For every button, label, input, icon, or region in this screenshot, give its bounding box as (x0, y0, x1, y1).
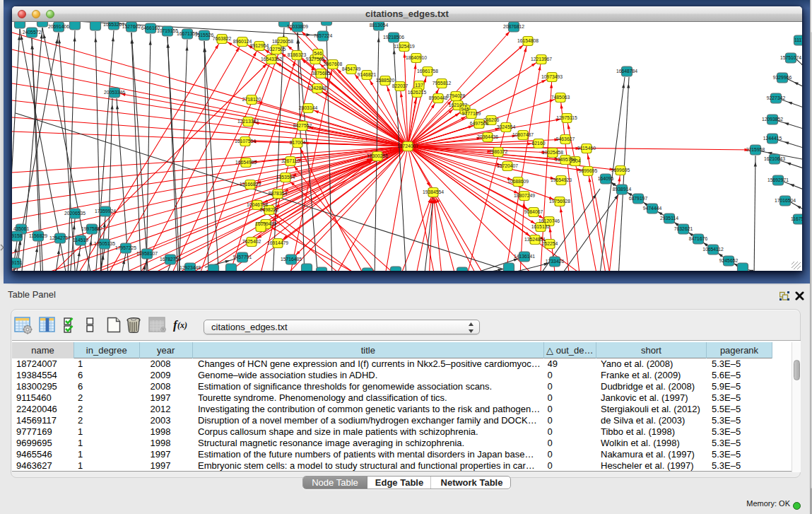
svg-text:9158: 9158 (12, 233, 23, 238)
svg-text:12923448: 12923448 (180, 265, 201, 270)
svg-text:9227342: 9227342 (767, 95, 786, 100)
svg-text:116753: 116753 (791, 216, 802, 221)
svg-text:7857224: 7857224 (314, 33, 333, 38)
svg-text:11325419: 11325419 (394, 44, 415, 49)
svg-text:2405572: 2405572 (23, 30, 42, 35)
svg-text:20364436: 20364436 (477, 134, 498, 139)
svg-text:9899695: 9899695 (579, 168, 598, 173)
svg-text:8878354: 8878354 (269, 191, 288, 196)
svg-text:(x): (x) (177, 320, 187, 330)
svg-text:9329966: 9329966 (773, 75, 792, 80)
svg-text:9463627: 9463627 (556, 136, 575, 141)
svg-text:8471676: 8471676 (689, 236, 708, 241)
svg-text:17359924: 17359924 (95, 209, 116, 214)
svg-text:3875685: 3875685 (312, 71, 331, 76)
svg-text:114519: 114519 (73, 238, 88, 243)
svg-text:1588520: 1588520 (376, 78, 395, 83)
svg-text:16154808: 16154808 (517, 38, 539, 43)
svg-text:16914479: 16914479 (267, 240, 288, 245)
svg-text:19654923: 19654923 (551, 177, 572, 182)
svg-text:9327505: 9327505 (267, 47, 286, 52)
svg-text:1626215: 1626215 (408, 90, 427, 95)
svg-text:20691406: 20691406 (48, 24, 69, 29)
svg-text:822037: 822037 (392, 83, 408, 88)
svg-text:12213382: 12213382 (237, 119, 259, 124)
svg-text:18226058: 18226058 (272, 39, 293, 44)
svg-text:1117: 1117 (794, 37, 802, 42)
svg-text:16033809: 16033809 (287, 24, 308, 29)
svg-text:1615132: 1615132 (531, 224, 551, 229)
svg-text:15751074: 15751074 (780, 55, 801, 60)
svg-text:20053346: 20053346 (104, 90, 125, 95)
svg-text:16782759: 16782759 (160, 257, 181, 262)
svg-text:7485063: 7485063 (551, 95, 570, 100)
svg-text:2718120: 2718120 (242, 97, 261, 102)
svg-text:2935114: 2935114 (660, 216, 678, 221)
svg-text:12942757: 12942757 (49, 235, 71, 240)
svg-text:10973493: 10973493 (541, 74, 563, 79)
svg-text:15692971: 15692971 (767, 177, 789, 182)
svg-text:817004: 817004 (290, 140, 306, 145)
svg-text:10807487: 10807487 (512, 132, 534, 137)
svg-text:19975887: 19975887 (81, 226, 102, 231)
svg-text:9115460: 9115460 (577, 146, 596, 151)
svg-text:17957225: 17957225 (115, 245, 136, 250)
svg-text:16120746: 16120746 (539, 218, 560, 223)
svg-text:7663822: 7663822 (213, 36, 232, 41)
svg-text:9146821: 9146821 (358, 72, 377, 77)
svg-text:6879197: 6879197 (629, 196, 648, 201)
svg-text:2803144: 2803144 (299, 105, 318, 110)
svg-text:9699695: 9699695 (611, 168, 630, 173)
svg-text:1353594: 1353594 (276, 175, 295, 180)
svg-text:12923446: 12923446 (357, 270, 378, 271)
svg-text:8912954: 8912954 (250, 43, 269, 48)
svg-text:1244415: 1244415 (763, 136, 782, 141)
svg-text:3024554: 3024554 (497, 124, 516, 129)
svg-text:19218506: 19218506 (383, 35, 404, 40)
svg-text:6794028: 6794028 (447, 93, 466, 98)
svg-text:10653267: 10653267 (103, 22, 124, 27)
svg-text:16107554: 16107554 (235, 139, 256, 144)
svg-text:546: 546 (314, 51, 322, 56)
svg-text:10958107: 10958107 (136, 251, 158, 256)
svg-text:18640910: 18640910 (406, 55, 427, 60)
svg-text:16543362: 16543362 (261, 57, 282, 62)
svg-text:9777169: 9777169 (462, 111, 481, 116)
svg-text:10654112: 10654112 (702, 247, 724, 252)
svg-text:7515526: 7515526 (195, 33, 214, 37)
svg-text:10719155: 10719155 (157, 28, 178, 33)
svg-text:7955812: 7955812 (433, 81, 452, 86)
svg-text:1733426: 1733426 (546, 259, 565, 264)
svg-text:7625402: 7625402 (242, 239, 261, 244)
svg-text:39151: 39151 (12, 260, 23, 265)
svg-text:16648784: 16648784 (616, 69, 637, 74)
svg-text:16210643: 16210643 (764, 156, 785, 161)
svg-text:8938914: 8938914 (613, 187, 632, 192)
svg-text:435061: 435061 (13, 226, 30, 231)
svg-text:6497508: 6497508 (470, 121, 489, 126)
svg-text:9457791: 9457791 (233, 255, 252, 259)
svg-text:15716485: 15716485 (281, 257, 302, 262)
svg-text:14136141: 14136141 (514, 254, 535, 259)
svg-text:9242848: 9242848 (308, 86, 327, 90)
svg-text:18724007: 18724007 (397, 144, 418, 148)
svg-text:3267110: 3267110 (281, 158, 300, 163)
svg-text:9245652: 9245652 (719, 258, 739, 263)
svg-text:19166829: 19166829 (240, 182, 261, 187)
svg-text:15720407: 15720407 (497, 163, 518, 168)
svg-text:19384554: 19384554 (423, 189, 444, 194)
svg-text:9327508: 9327508 (306, 57, 325, 62)
svg-text:164095: 164095 (598, 176, 614, 181)
svg-text:7632621: 7632621 (674, 226, 693, 231)
svg-text:8454749: 8454749 (342, 66, 361, 71)
svg-text:16654985: 16654985 (235, 160, 257, 165)
svg-text:8498222: 8498222 (260, 207, 279, 212)
svg-text:12975115: 12975115 (556, 115, 577, 120)
svg-text:9474444: 9474444 (643, 206, 662, 211)
svg-text:252254: 252254 (542, 241, 558, 246)
svg-text:17016504: 17016504 (775, 198, 796, 203)
svg-text:1156829: 1156829 (29, 233, 47, 238)
svg-text:16961758: 16961758 (417, 69, 438, 74)
svg-text:10025458: 10025458 (542, 150, 563, 155)
svg-text:62160: 62160 (532, 141, 546, 146)
